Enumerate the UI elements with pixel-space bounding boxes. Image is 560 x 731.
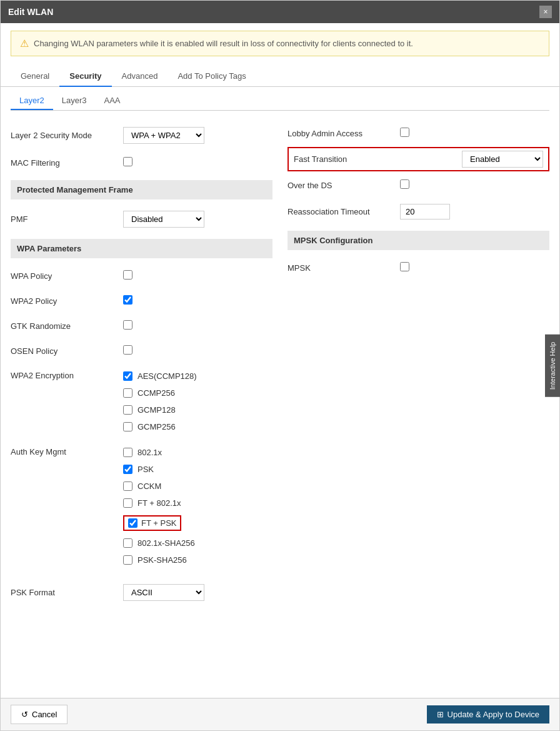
auth-psksha256-row: PSK-SHA256 xyxy=(123,552,195,568)
wpa-params-section-header: WPA Parameters xyxy=(11,239,272,258)
tab-add-to-policy-tags[interactable]: Add To Policy Tags xyxy=(168,66,256,87)
mac-filtering-checkbox[interactable] xyxy=(123,157,132,166)
wpa2-encryption-options: AES(CCMP128) CCMP256 GCMP128 GCMP256 xyxy=(123,368,197,435)
edit-wlan-modal: Edit WLAN × ⚠ Changing WLAN parameters w… xyxy=(0,0,560,731)
close-button[interactable]: × xyxy=(539,6,552,18)
gtk-randomize-row: GTK Randomize xyxy=(11,313,272,338)
auth-ft8021x-label: FT + 802.1x xyxy=(138,498,181,508)
encryption-gcmp256-row: GCMP256 xyxy=(123,419,197,435)
auth-ftpsk-label: FT + PSK xyxy=(141,518,176,528)
lobby-admin-access-row: Lobby Admin Access xyxy=(288,121,549,146)
reassociation-timeout-row: Reassociation Timeout xyxy=(288,198,549,226)
layer2-security-mode-select[interactable]: WPA + WPA2 WPA WPA2 None xyxy=(123,127,204,144)
auth-ftpsk-checkbox[interactable] xyxy=(128,518,138,528)
fast-transition-row: Fast Transition Enabled Disabled Adaptiv… xyxy=(288,147,549,171)
warning-text: Changing WLAN parameters while it is ena… xyxy=(34,39,413,48)
auth-ft8021x-checkbox[interactable] xyxy=(123,498,132,508)
gtk-randomize-control xyxy=(123,320,272,331)
reassociation-timeout-input[interactable] xyxy=(400,204,450,219)
osen-policy-checkbox[interactable] xyxy=(123,345,132,355)
fast-transition-select[interactable]: Enabled Disabled Adaptive xyxy=(462,151,543,168)
modal-header: Edit WLAN × xyxy=(1,1,559,23)
cancel-button[interactable]: ↺ Cancel xyxy=(11,705,68,724)
mpsk-label: MPSK xyxy=(288,263,400,273)
auth-psk-row: PSK xyxy=(123,461,195,477)
gtk-randomize-label: GTK Randomize xyxy=(11,321,123,331)
layer2-security-mode-label: Layer 2 Security Mode xyxy=(11,131,123,140)
mpsk-row: MPSK xyxy=(288,255,549,280)
encryption-aes-label: AES(CCMP128) xyxy=(138,371,197,381)
psk-format-control: ASCII HEX xyxy=(123,584,272,601)
psk-format-select[interactable]: ASCII HEX xyxy=(123,584,204,601)
encryption-aes-checkbox[interactable] xyxy=(123,371,132,381)
auth-cckm-checkbox[interactable] xyxy=(123,481,132,491)
wpa2-policy-row: WPA2 Policy xyxy=(11,288,272,313)
left-column: Layer 2 Security Mode WPA + WPA2 WPA WPA… xyxy=(11,121,272,688)
auth-key-mgmt-row: Auth Key Mgmt 802.1x PSK CCKM xyxy=(11,440,272,573)
tab-layer3[interactable]: Layer3 xyxy=(53,92,96,110)
wpa-policy-control xyxy=(123,270,272,281)
lobby-admin-access-control xyxy=(400,128,549,139)
auth-8021x-row: 802.1x xyxy=(123,445,195,460)
auth-cckm-label: CCKM xyxy=(138,481,161,491)
pmf-control: Disabled Optional Required xyxy=(123,211,272,228)
auth-key-mgmt-options: 802.1x PSK CCKM FT + 802.1x xyxy=(123,445,195,568)
update-icon: ⊞ xyxy=(437,710,444,719)
right-column: Lobby Admin Access Fast Transition Enabl… xyxy=(288,121,549,688)
modal-title: Edit WLAN xyxy=(8,7,53,17)
encryption-gcmp256-label: GCMP256 xyxy=(138,422,176,431)
warning-banner: ⚠ Changing WLAN parameters while it is e… xyxy=(11,31,549,56)
over-the-ds-label: Over the DS xyxy=(288,181,400,190)
auth-8021xsha256-checkbox[interactable] xyxy=(123,538,132,548)
interactive-help-label: Interactive Help xyxy=(549,341,556,389)
cancel-label: Cancel xyxy=(32,710,57,719)
tab-aaa[interactable]: AAA xyxy=(96,92,129,110)
osen-policy-row: OSEN Policy xyxy=(11,338,272,363)
over-the-ds-checkbox[interactable] xyxy=(400,179,409,189)
wpa2-encryption-label: WPA2 Encryption xyxy=(11,368,123,380)
auth-psk-checkbox[interactable] xyxy=(123,465,132,474)
tab-general[interactable]: General xyxy=(11,66,59,87)
auth-psksha256-label: PSK-SHA256 xyxy=(138,555,187,565)
tab-security[interactable]: Security xyxy=(59,66,111,87)
auth-ft8021x-row: FT + 802.1x xyxy=(123,495,195,511)
psk-format-row: PSK Format ASCII HEX xyxy=(11,578,272,607)
auth-8021x-checkbox[interactable] xyxy=(123,448,132,457)
wpa2-policy-checkbox[interactable] xyxy=(123,295,132,305)
mpsk-checkbox[interactable] xyxy=(400,262,409,271)
auth-8021xsha256-row: 802.1x-SHA256 xyxy=(123,535,195,551)
encryption-ccmp256-checkbox[interactable] xyxy=(123,388,132,398)
gtk-randomize-checkbox[interactable] xyxy=(123,320,132,330)
auth-ftpsk-row: FT + PSK xyxy=(123,512,195,534)
pmf-select[interactable]: Disabled Optional Required xyxy=(123,211,204,228)
encryption-gcmp256-checkbox[interactable] xyxy=(123,422,132,431)
mpsk-config-section-header: MPSK Configuration xyxy=(288,231,549,250)
interactive-help-panel[interactable]: Interactive Help xyxy=(545,334,560,396)
osen-policy-label: OSEN Policy xyxy=(11,346,123,356)
wpa-policy-label: WPA Policy xyxy=(11,271,123,281)
encryption-ccmp256-row: CCMP256 xyxy=(123,385,197,401)
auth-psk-label: PSK xyxy=(138,465,154,474)
encryption-gcmp128-checkbox[interactable] xyxy=(123,405,132,415)
mac-filtering-label: MAC Filtering xyxy=(11,158,123,168)
auth-psksha256-checkbox[interactable] xyxy=(123,555,132,565)
encryption-gcmp128-row: GCMP128 xyxy=(123,402,197,418)
over-the-ds-control xyxy=(400,179,549,191)
auth-8021x-label: 802.1x xyxy=(138,448,162,457)
encryption-aes-row: AES(CCMP128) xyxy=(123,368,197,384)
tab-layer2[interactable]: Layer2 xyxy=(11,92,53,110)
pmf-section-header: Protected Management Frame xyxy=(11,180,272,199)
sub-tabs: Layer2 Layer3 AAA xyxy=(1,92,559,110)
mpsk-control xyxy=(400,262,549,273)
warning-icon: ⚠ xyxy=(20,38,29,49)
auth-key-mgmt-label: Auth Key Mgmt xyxy=(11,445,123,456)
update-label: Update & Apply to Device xyxy=(448,710,539,719)
osen-policy-control xyxy=(123,345,272,356)
wpa-policy-checkbox[interactable] xyxy=(123,270,132,280)
mac-filtering-control xyxy=(123,157,272,168)
modal-footer: ↺ Cancel ⊞ Update & Apply to Device xyxy=(1,698,559,730)
pmf-row: PMF Disabled Optional Required xyxy=(11,204,272,234)
lobby-admin-access-checkbox[interactable] xyxy=(400,128,409,137)
tab-advanced[interactable]: Advanced xyxy=(112,66,168,87)
update-button[interactable]: ⊞ Update & Apply to Device xyxy=(427,705,549,723)
